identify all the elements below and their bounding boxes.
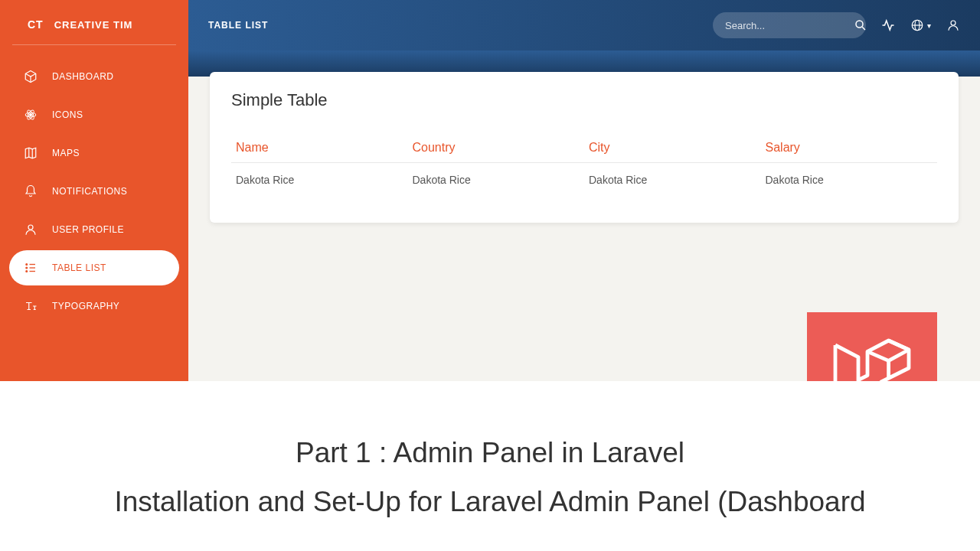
svg-line-12 [862, 27, 865, 30]
chevron-down-icon: ▾ [927, 21, 931, 30]
sidebar-item-label: USER PROFILE [52, 224, 124, 235]
search-box[interactable] [713, 12, 866, 38]
table-row[interactable]: Dakota Rice Dakota Rice Dakota Rice Dako… [231, 163, 937, 197]
sidebar-item-label: ICONS [52, 109, 83, 120]
sidebar-item-label: NOTIFICATIONS [52, 186, 127, 197]
svg-point-4 [28, 225, 33, 230]
col-country: Country [408, 133, 585, 163]
bell-icon [23, 184, 38, 199]
col-city: City [584, 133, 761, 163]
sidebar-item-label: TABLE LIST [52, 262, 106, 273]
sidebar-item-maps[interactable]: MAPS [9, 135, 179, 171]
brand-logo: CT [28, 18, 44, 31]
overlay-line1: Part 1 : Admin Panel in Laravel [296, 437, 684, 469]
cell: Dakota Rice [408, 163, 585, 197]
search-icon[interactable] [854, 18, 867, 32]
list-icon [23, 260, 38, 276]
sidebar-item-dashboard[interactable]: DASHBOARD [9, 59, 179, 94]
text-icon [23, 298, 38, 314]
svg-point-0 [30, 114, 32, 116]
data-table: Name Country City Salary Dakota Rice Dak… [231, 133, 937, 197]
sidebar-item-label: TYPOGRAPHY [52, 301, 119, 311]
svg-point-7 [26, 271, 28, 272]
col-salary: Salary [761, 133, 938, 163]
atom-icon [23, 107, 38, 122]
sidebar-item-label: MAPS [52, 148, 80, 158]
card-title: Simple Table [231, 90, 937, 110]
sidebar-item-user-profile[interactable]: USER PROFILE [9, 212, 179, 247]
sidebar-item-table-list[interactable]: TABLE LIST [9, 250, 179, 285]
sidebar-item-notifications[interactable]: NOTIFICATIONS [9, 174, 179, 209]
cell: Dakota Rice [584, 163, 761, 197]
cell: Dakota Rice [231, 163, 408, 197]
search-input[interactable] [725, 20, 854, 31]
sidebar-item-label: DASHBOARD [52, 71, 114, 82]
sidebar: CT CREATIVE TIM DASHBOARD ICONS MAPS [0, 0, 188, 381]
profile-icon[interactable] [946, 18, 960, 32]
activity-icon[interactable] [881, 18, 895, 32]
brand-name: CREATIVE TIM [54, 19, 133, 31]
page-title: TABLE LIST [208, 20, 268, 31]
svg-point-6 [26, 267, 28, 269]
table-card: Simple Table Name Country City Salary Da… [210, 72, 959, 223]
video-title-overlay: Part 1 : Admin Panel in Laravel Installa… [0, 381, 980, 551]
sidebar-item-typography[interactable]: TYPOGRAPHY [9, 289, 179, 324]
language-menu[interactable]: ▾ [910, 18, 931, 32]
cube-icon [23, 69, 38, 84]
globe-icon [910, 18, 924, 32]
sidebar-item-icons[interactable]: ICONS [9, 97, 179, 132]
user-icon [23, 222, 38, 237]
svg-point-16 [951, 21, 956, 25]
cell: Dakota Rice [761, 163, 938, 197]
svg-point-11 [856, 21, 863, 28]
topbar: TABLE LIST ▾ [188, 0, 980, 51]
map-icon [23, 145, 38, 161]
svg-point-5 [26, 264, 28, 266]
overlay-line2: Installation and Set-Up for Laravel Admi… [114, 486, 865, 518]
col-name: Name [231, 133, 408, 163]
sidebar-brand[interactable]: CT CREATIVE TIM [12, 12, 176, 45]
